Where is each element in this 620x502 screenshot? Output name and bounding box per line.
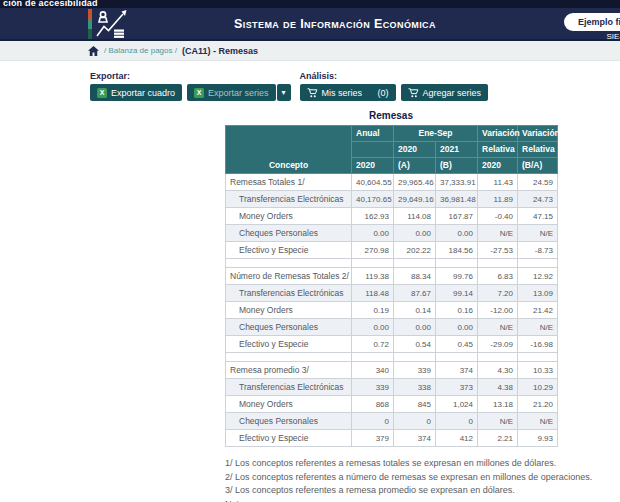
- variacion-2020-cell: 2.21: [478, 430, 518, 447]
- table-row: Cheques Personales 0.00 0.00 0.00 N/E N/…: [226, 225, 558, 242]
- anual-2020-cell: 340: [352, 362, 394, 379]
- anual-2020-cell: 118.48: [352, 285, 394, 302]
- concept-cell: [226, 353, 352, 362]
- remesas-table-wrapper: Concepto Anual Ene-Sep Variación Variaci…: [225, 125, 557, 447]
- enesep-2021-cell: 37,333.91: [436, 174, 478, 191]
- table-row: Número de Remesas Totales 2/ 119.38 88.3…: [226, 268, 558, 285]
- variacion-2020-cell: -29.09: [478, 336, 518, 353]
- enesep-2020-cell: 0.14: [394, 302, 436, 319]
- col-header-2021b: 2021: [436, 142, 478, 158]
- enesep-2021-cell: 0.00: [436, 225, 478, 242]
- concept-cell: Transferencias Electrónicas: [226, 191, 352, 208]
- table-row: Remesa promedio 3/ 340 339 374 4.30 10.3…: [226, 362, 558, 379]
- analysis-label: Análisis:: [300, 71, 489, 81]
- export-group: Exportar: X Exportar cuadro X Exportar s…: [90, 71, 291, 101]
- anual-2020-cell: 0.72: [352, 336, 394, 353]
- export-series-button[interactable]: X Exportar series: [187, 84, 276, 101]
- col-header-anual: Anual: [352, 126, 394, 142]
- table-row: [226, 259, 558, 268]
- variacion-ba-cell: [518, 259, 558, 268]
- concept-cell: Efectivo y Especie: [226, 242, 352, 259]
- toolbar: Exportar: X Exportar cuadro X Exportar s…: [0, 71, 620, 101]
- cart-icon: [307, 88, 318, 98]
- cart-plus-icon: [408, 88, 419, 98]
- my-series-count: (0): [378, 88, 389, 98]
- enesep-2020-cell: [394, 353, 436, 362]
- col-header-variacion-ba: Variación: [518, 126, 558, 142]
- chart-logo-icon: [95, 9, 129, 39]
- export-table-label: Exportar cuadro: [111, 88, 175, 98]
- enesep-2021-cell: 0.16: [436, 302, 478, 319]
- concept-cell: Remesa promedio 3/: [226, 362, 352, 379]
- variacion-ba-cell: 12.92: [518, 268, 558, 285]
- table-body: Remesas Totales 1/ 40,604.55 29,965.46 3…: [226, 174, 558, 447]
- anual-2020-cell: 0.00: [352, 225, 394, 242]
- my-series-button[interactable]: Mis series (0): [300, 84, 396, 101]
- variacion-2020-cell: 4.30: [478, 362, 518, 379]
- col-header-relativa-1: Relativa: [478, 142, 518, 158]
- table-row: Cheques Personales 0.00 0.00 0.00 N/E N/…: [226, 319, 558, 336]
- remesas-table: Concepto Anual Ene-Sep Variación Variaci…: [225, 125, 558, 447]
- col-header-var-ba: (B/A): [518, 158, 558, 174]
- concept-cell: Transferencias Electrónicas: [226, 285, 352, 302]
- enesep-2021-cell: 36,981.48: [436, 191, 478, 208]
- concept-cell: Cheques Personales: [226, 319, 352, 336]
- table-row: Transferencias Electrónicas 40,170.65 29…: [226, 191, 558, 208]
- variacion-ba-cell: 47.15: [518, 208, 558, 225]
- example-pill-button[interactable]: Ejemplo fix: [564, 13, 620, 31]
- footnotes: 1/ Los conceptos referentes a remesas to…: [225, 457, 620, 502]
- concept-cell: Efectivo y Especie: [226, 336, 352, 353]
- my-series-label: Mis series: [322, 88, 363, 98]
- variacion-ba-cell: -16.98: [518, 336, 558, 353]
- enesep-2020-cell: 202.22: [394, 242, 436, 259]
- variacion-ba-cell: 10.29: [518, 379, 558, 396]
- breadcrumb-link-balanza[interactable]: / Balanza de pagos /: [104, 46, 177, 55]
- page-title: Remesas: [225, 110, 557, 121]
- table-row: Money Orders 868 845 1,024 13.18 21.20: [226, 396, 558, 413]
- variacion-ba-cell: 13.09: [518, 285, 558, 302]
- logo-color-stripe: [88, 9, 92, 39]
- export-table-button[interactable]: X Exportar cuadro: [90, 84, 182, 101]
- variacion-ba-cell: 9.93: [518, 430, 558, 447]
- concept-cell: Cheques Personales: [226, 413, 352, 430]
- col-header-blank: [352, 142, 394, 158]
- export-series-dropdown-button[interactable]: ▾: [277, 84, 291, 101]
- variacion-ba-cell: 24.73: [518, 191, 558, 208]
- col-header-concepto: Concepto: [226, 126, 352, 174]
- breadcrumb-current: (CA11) - Remesas: [182, 46, 258, 56]
- anual-2020-cell: 0.19: [352, 302, 394, 319]
- anual-2020-cell: 0: [352, 413, 394, 430]
- variacion-2020-cell: 11.43: [478, 174, 518, 191]
- enesep-2021-cell: 412: [436, 430, 478, 447]
- excel-icon: X: [97, 88, 107, 98]
- anual-2020-cell: [352, 259, 394, 268]
- enesep-2020-cell: 88.34: [394, 268, 436, 285]
- variacion-ba-cell: 24.59: [518, 174, 558, 191]
- enesep-2021-cell: 373: [436, 379, 478, 396]
- variacion-2020-cell: 4.38: [478, 379, 518, 396]
- variacion-2020-cell: N/E: [478, 413, 518, 430]
- home-icon[interactable]: [88, 46, 99, 56]
- concept-cell: Efectivo y Especie: [226, 430, 352, 447]
- concept-cell: Money Orders: [226, 396, 352, 413]
- concept-cell: [226, 259, 352, 268]
- concept-cell: Cheques Personales: [226, 225, 352, 242]
- variacion-2020-cell: 11.89: [478, 191, 518, 208]
- col-header-variacion-2020: Variación: [478, 126, 518, 142]
- enesep-2020-cell: 0.00: [394, 225, 436, 242]
- concept-cell: Transferencias Electrónicas: [226, 379, 352, 396]
- variacion-2020-cell: [478, 353, 518, 362]
- variacion-ba-cell: 21.20: [518, 396, 558, 413]
- enesep-2020-cell: [394, 259, 436, 268]
- anual-2020-cell: 379: [352, 430, 394, 447]
- table-row: [226, 353, 558, 362]
- enesep-2021-cell: 167.87: [436, 208, 478, 225]
- enesep-2021-cell: 374: [436, 362, 478, 379]
- variacion-2020-cell: 6.83: [478, 268, 518, 285]
- add-series-button[interactable]: Agregar series: [401, 84, 489, 101]
- footnote-3: 3/ Los conceptos referentes a remesa pro…: [225, 484, 620, 498]
- anual-2020-cell: 162.93: [352, 208, 394, 225]
- variacion-ba-cell: N/E: [518, 413, 558, 430]
- variacion-ba-cell: 10.33: [518, 362, 558, 379]
- enesep-2020-cell: 0: [394, 413, 436, 430]
